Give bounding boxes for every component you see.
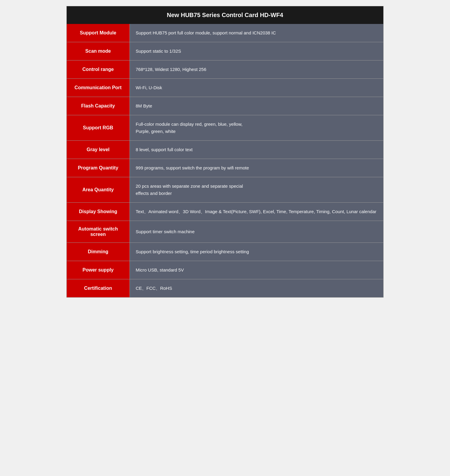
row-label: Power supply bbox=[67, 261, 130, 279]
row-label: Flash Capacity bbox=[67, 97, 130, 115]
table-title: New HUB75 Series Control Card HD-WF4 bbox=[67, 6, 383, 24]
table-row: Communication PortWi-Fi, U-Disk bbox=[67, 79, 383, 97]
table-row: Support RGBFull-color module can display… bbox=[67, 115, 383, 141]
row-value: Wi-Fi, U-Disk bbox=[130, 79, 383, 97]
row-label: Certification bbox=[67, 279, 130, 298]
row-value: CE、FCC、RoHS bbox=[130, 279, 383, 298]
row-value: 999 programs, support switch the program… bbox=[130, 159, 383, 177]
row-label: Support Module bbox=[67, 24, 130, 42]
table-row: Program Quantity999 programs, support sw… bbox=[67, 159, 383, 177]
row-value: 8 level, support full color text bbox=[130, 141, 383, 159]
row-value: 768*128, Widest 1280, Highest 256 bbox=[130, 60, 383, 79]
table-row: Scan modeSupport static to 1/32S bbox=[67, 42, 383, 60]
row-label: Support RGB bbox=[67, 115, 130, 141]
row-label: Communication Port bbox=[67, 79, 130, 97]
row-label: Area Quantity bbox=[67, 177, 130, 203]
spec-table: New HUB75 Series Control Card HD-WF4 Sup… bbox=[66, 6, 384, 298]
row-label: Scan mode bbox=[67, 42, 130, 60]
table-row: DimmingSupport brightness setting, time … bbox=[67, 243, 383, 261]
table-row: Area Quantity20 pcs areas with separate … bbox=[67, 177, 383, 203]
row-label: Display Showing bbox=[67, 203, 130, 221]
row-label: Automatic switch screen bbox=[67, 221, 130, 243]
table-row: Gray level8 level, support full color te… bbox=[67, 141, 383, 159]
table-row: Flash Capacity8M Byte bbox=[67, 97, 383, 115]
row-value: 8M Byte bbox=[130, 97, 383, 115]
table-row: Power supplyMicro USB, standard 5V bbox=[67, 261, 383, 279]
row-value: Support brightness setting, time period … bbox=[130, 243, 383, 261]
row-value: Full-color module can display red, green… bbox=[130, 115, 383, 141]
row-value: Support HUB75 port full color module, su… bbox=[130, 24, 383, 42]
spec-table-body: Support ModuleSupport HUB75 port full co… bbox=[67, 24, 383, 297]
row-label: Program Quantity bbox=[67, 159, 130, 177]
table-row: Control range768*128, Widest 1280, Highe… bbox=[67, 60, 383, 79]
table-row: Display ShowingText、Animated word、3D Wor… bbox=[67, 203, 383, 221]
row-value: Support static to 1/32S bbox=[130, 42, 383, 60]
row-label: Control range bbox=[67, 60, 130, 79]
row-label: Dimming bbox=[67, 243, 130, 261]
row-label: Gray level bbox=[67, 141, 130, 159]
row-value: 20 pcs areas with separate zone and sepa… bbox=[130, 177, 383, 203]
row-value: Micro USB, standard 5V bbox=[130, 261, 383, 279]
row-value: Support timer switch machine bbox=[130, 221, 383, 243]
table-row: CertificationCE、FCC、RoHS bbox=[67, 279, 383, 298]
table-row: Automatic switch screenSupport timer swi… bbox=[67, 221, 383, 243]
table-row: Support ModuleSupport HUB75 port full co… bbox=[67, 24, 383, 42]
row-value: Text、Animated word、3D Word、Image & Text(… bbox=[130, 203, 383, 221]
